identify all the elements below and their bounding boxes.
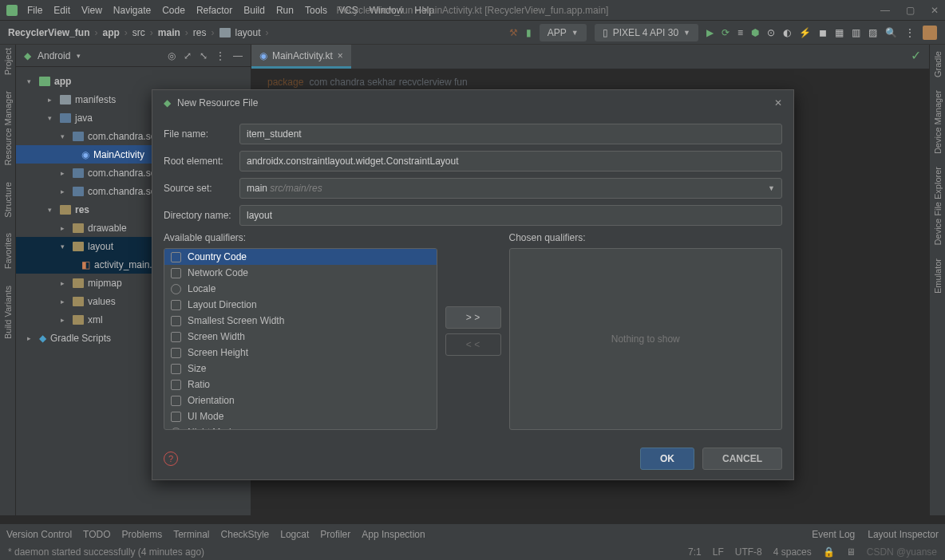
- menu-run[interactable]: Run: [276, 5, 294, 16]
- crumb-app[interactable]: app: [103, 27, 120, 38]
- status-profiler[interactable]: Profiler: [320, 529, 350, 540]
- qualifier-ui-mode[interactable]: UI Mode: [164, 408, 437, 424]
- crumb-layout[interactable]: layout: [235, 27, 261, 38]
- chevron-down-icon: ▼: [683, 29, 690, 37]
- avatar[interactable]: [923, 26, 937, 40]
- indent[interactable]: 4 spaces: [773, 546, 812, 558]
- qualifier-screen-width[interactable]: Screen Width: [164, 329, 437, 345]
- help-icon[interactable]: ?: [164, 452, 178, 466]
- rail-resource-manager[interactable]: Resource Manager: [3, 91, 13, 166]
- status-checkstyle[interactable]: CheckStyle: [221, 529, 270, 540]
- status-problems[interactable]: Problems: [122, 529, 163, 540]
- sdk-icon[interactable]: ▥: [852, 27, 860, 38]
- sync-icon[interactable]: ▨: [868, 27, 877, 38]
- menu-edit[interactable]: Edit: [53, 5, 70, 16]
- qualifier-ratio[interactable]: Ratio: [164, 377, 437, 392]
- menu-build[interactable]: Build: [243, 5, 265, 16]
- status-vcs[interactable]: Version Control: [6, 529, 72, 540]
- debug-icon[interactable]: ⬢: [751, 27, 759, 38]
- qualifier-layout-direction[interactable]: Layout Direction: [164, 297, 437, 313]
- rail-gradle[interactable]: Gradle: [933, 51, 943, 77]
- panel-more-icon[interactable]: ⋮: [215, 50, 225, 61]
- attach-icon[interactable]: ⊙: [767, 27, 775, 38]
- encoding[interactable]: UTF-8: [735, 546, 762, 558]
- daemon-message: * daemon started successfully (4 minutes…: [8, 546, 204, 558]
- cancel-button[interactable]: CANCEL: [702, 448, 782, 470]
- rail-structure[interactable]: Structure: [3, 182, 13, 218]
- crumb-project[interactable]: RecyclerView_fun: [8, 27, 90, 38]
- chosen-qualifiers-list[interactable]: Nothing to show: [509, 248, 783, 430]
- pc-icon[interactable]: 🖥: [846, 546, 856, 558]
- remove-qualifier-button[interactable]: < <: [445, 333, 501, 356]
- tree-app[interactable]: ▾app: [16, 72, 251, 90]
- available-qualifiers-list[interactable]: Country Code Network Code Locale Layout …: [164, 248, 437, 430]
- close-icon[interactable]: ✕: [931, 5, 939, 16]
- qualifier-night-mode[interactable]: Night Mode: [164, 424, 437, 430]
- qualifier-country-code[interactable]: Country Code: [164, 249, 437, 265]
- menu-tools[interactable]: Tools: [305, 5, 327, 16]
- bolt-icon[interactable]: ⚡: [799, 27, 811, 38]
- rerun-icon[interactable]: ⟳: [722, 27, 730, 38]
- android-icon[interactable]: ▮: [526, 27, 532, 38]
- menu-code[interactable]: Code: [162, 5, 185, 16]
- status-appinspection[interactable]: App Inspection: [362, 529, 425, 540]
- search-icon[interactable]: 🔍: [885, 27, 897, 38]
- menu-file[interactable]: File: [27, 5, 42, 16]
- stop-icon[interactable]: ◼: [819, 27, 827, 38]
- menu-navigate[interactable]: Navigate: [113, 5, 151, 16]
- status-logcat[interactable]: Logcat: [280, 529, 309, 540]
- rail-device-explorer[interactable]: Device File Explorer: [933, 167, 943, 245]
- rail-device-manager[interactable]: Device Manager: [933, 90, 943, 154]
- expand-icon[interactable]: ⤢: [184, 50, 192, 61]
- add-qualifier-button[interactable]: > >: [445, 306, 501, 329]
- source-set-dropdown[interactable]: main src/main/res ▼: [239, 178, 782, 199]
- minimize-icon[interactable]: —: [880, 5, 890, 16]
- more-icon[interactable]: ⋮: [905, 27, 915, 38]
- menu-view[interactable]: View: [81, 5, 102, 16]
- status-terminal[interactable]: Terminal: [173, 529, 209, 540]
- root-element-input[interactable]: androidx.constraintlayout.widget.Constra…: [239, 151, 782, 172]
- coverage-icon[interactable]: ≡: [737, 27, 743, 38]
- qualifier-locale[interactable]: Locale: [164, 281, 437, 297]
- tab-close-icon[interactable]: ×: [338, 50, 343, 61]
- panel-minimize-icon[interactable]: —: [233, 50, 243, 61]
- cursor-position[interactable]: 7:1: [688, 546, 702, 558]
- run-config-dropdown[interactable]: APP ▼: [540, 24, 587, 41]
- lock-icon[interactable]: 🔒: [823, 546, 835, 558]
- line-ending[interactable]: LF: [713, 546, 724, 558]
- avd-icon[interactable]: ▦: [835, 27, 844, 38]
- rail-emulator[interactable]: Emulator: [933, 258, 943, 294]
- status-eventlog[interactable]: Event Log: [812, 529, 855, 540]
- target-icon[interactable]: ◎: [168, 50, 176, 61]
- collapse-icon[interactable]: ⤡: [200, 50, 208, 61]
- rail-project[interactable]: Project: [3, 48, 13, 75]
- status-layoutinspector[interactable]: Layout Inspector: [868, 529, 939, 540]
- run-icon[interactable]: ▶: [706, 27, 714, 38]
- profile-icon[interactable]: ◐: [783, 27, 791, 38]
- tab-mainactivity[interactable]: ◉ MainActivity.kt ×: [251, 45, 351, 69]
- qualifier-icon: [171, 396, 181, 406]
- qualifier-size[interactable]: Size: [164, 361, 437, 377]
- ok-button[interactable]: OK: [640, 448, 694, 470]
- crumb-src[interactable]: src: [132, 27, 145, 38]
- crumb-main[interactable]: main: [158, 27, 180, 38]
- qualifier-smallest-width[interactable]: Smallest Screen Width: [164, 313, 437, 329]
- dialog-footer: ? OK CANCEL: [152, 438, 793, 479]
- menu-refactor[interactable]: Refactor: [196, 5, 232, 16]
- dialog-close-icon[interactable]: ✕: [774, 97, 782, 108]
- directory-input[interactable]: layout: [239, 205, 782, 226]
- qualifier-network-code[interactable]: Network Code: [164, 265, 437, 281]
- status-todo[interactable]: TODO: [83, 529, 110, 540]
- rail-build-variants[interactable]: Build Variants: [3, 286, 13, 339]
- filename-input[interactable]: item_student: [239, 124, 782, 144]
- check-icon[interactable]: ✓: [911, 48, 921, 63]
- hammer-icon[interactable]: ⚒: [509, 27, 518, 38]
- chevron-down-icon[interactable]: ▾: [77, 52, 81, 60]
- rail-favorites[interactable]: Favorites: [3, 233, 13, 269]
- maximize-icon[interactable]: ▢: [906, 5, 915, 16]
- device-dropdown[interactable]: ▯ PIXEL 4 API 30 ▼: [595, 24, 698, 41]
- qualifier-orientation[interactable]: Orientation: [164, 392, 437, 408]
- qualifier-screen-height[interactable]: Screen Height: [164, 345, 437, 361]
- crumb-res[interactable]: res: [193, 27, 207, 38]
- panel-view-label[interactable]: Android: [38, 50, 70, 61]
